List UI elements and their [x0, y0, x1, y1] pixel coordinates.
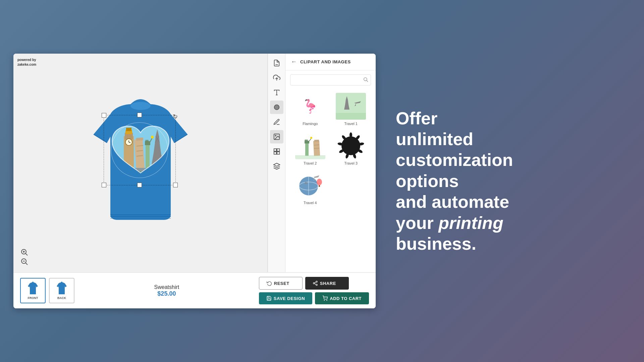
svg-rect-88 — [319, 185, 320, 187]
clipart-item-travel4[interactable]: Travel 4 — [290, 169, 330, 207]
svg-line-92 — [315, 284, 316, 285]
back-button[interactable]: ← — [291, 58, 297, 65]
clipart-item-travel3[interactable]: Travel 3 — [331, 129, 371, 168]
svg-line-36 — [26, 254, 28, 256]
tool-layers-button[interactable] — [270, 160, 283, 173]
svg-point-0 — [130, 102, 151, 110]
clipart-thumb-travel4 — [295, 172, 325, 199]
svg-point-90 — [313, 283, 315, 284]
svg-line-72 — [314, 148, 319, 148]
search-input[interactable] — [290, 74, 371, 85]
search-bar — [290, 74, 371, 85]
svg-point-47 — [274, 105, 279, 110]
designer-panel: powered by zakeke.com — [13, 54, 376, 308]
front-label: FRONT — [28, 296, 38, 300]
svg-line-93 — [315, 282, 316, 283]
main-container: powered by zakeke.com — [13, 54, 631, 308]
product-price: $25.00 — [81, 290, 252, 297]
svg-line-67 — [309, 138, 311, 142]
clipart-item-flamingo[interactable]: Flamingo — [290, 89, 330, 128]
view-thumbnails: FRONT BACK — [20, 278, 74, 303]
svg-point-26 — [151, 136, 154, 138]
tool-upload-button[interactable] — [270, 71, 283, 84]
svg-rect-53 — [277, 152, 279, 154]
clipart-thumb-travel1 — [336, 93, 366, 120]
view-thumb-front[interactable]: FRONT — [20, 278, 46, 303]
designer-bottom: FRONT BACK Sweatshirt $25.00 — [13, 272, 376, 308]
svg-point-95 — [327, 300, 327, 300]
zoom-out-button[interactable] — [20, 257, 28, 265]
svg-line-56 — [367, 80, 368, 82]
product-info: Sweatshirt $25.00 — [81, 284, 252, 297]
svg-rect-50 — [274, 149, 276, 151]
clipart-thumb-flamingo — [295, 93, 325, 120]
svg-rect-21 — [145, 141, 150, 145]
svg-marker-54 — [273, 163, 279, 166]
share-button[interactable]: SHARE — [305, 277, 349, 290]
canvas-area: powered by zakeke.com — [13, 54, 268, 272]
clipart-label-travel1: Travel 1 — [344, 122, 358, 126]
designer-top: powered by zakeke.com — [13, 54, 376, 272]
svg-line-40 — [26, 263, 28, 265]
svg-point-91 — [316, 284, 317, 286]
svg-marker-30 — [152, 153, 163, 165]
panel-title: CLIPART AND IMAGES — [300, 59, 351, 64]
clipart-item-travel2[interactable]: Travel 2 — [290, 129, 330, 168]
shirt-container: ↻ — [70, 87, 211, 238]
product-name: Sweatshirt — [81, 284, 252, 290]
panel-header: ← CLIPART AND IMAGES — [285, 54, 376, 70]
action-buttons: RESET SHARE — [259, 277, 369, 304]
svg-point-68 — [310, 137, 312, 139]
promo-heading: Offer unlimited customization options an… — [396, 108, 513, 254]
tool-file-button[interactable] — [270, 56, 283, 70]
svg-rect-62 — [305, 142, 309, 156]
tool-clipart-button[interactable] — [270, 130, 283, 143]
clipart-label-travel2: Travel 2 — [304, 161, 317, 165]
svg-point-55 — [364, 77, 367, 80]
save-design-button[interactable]: SAVE DESIGN — [259, 292, 312, 304]
clipart-label-travel4: Travel 4 — [304, 201, 317, 205]
svg-rect-61 — [336, 113, 366, 120]
svg-point-89 — [316, 281, 317, 282]
search-icon[interactable] — [363, 77, 368, 83]
clipart-label-travel3: Travel 3 — [344, 161, 358, 165]
svg-rect-11 — [126, 128, 131, 131]
svg-marker-66 — [307, 139, 308, 141]
svg-rect-51 — [277, 149, 279, 151]
svg-rect-52 — [274, 152, 276, 154]
svg-point-75 — [350, 132, 352, 138]
svg-line-71 — [314, 145, 319, 145]
svg-rect-63 — [305, 141, 309, 143]
svg-point-94 — [324, 300, 325, 300]
action-row-bottom: SAVE DESIGN ADD TO CART — [259, 292, 369, 304]
clipart-item-travel1[interactable]: Travel 1 — [331, 89, 371, 128]
tool-draw-button[interactable] — [270, 115, 283, 129]
reset-button[interactable]: RESET — [259, 277, 303, 290]
clipart-thumb-travel3 — [336, 132, 366, 159]
promo-text: Offer unlimited customization options an… — [396, 108, 513, 254]
clipart-thumb-travel2 — [295, 132, 325, 159]
action-row-top: RESET SHARE — [259, 277, 369, 290]
clipart-grid: Flamingo — [285, 89, 376, 207]
tool-text-button[interactable] — [270, 86, 283, 99]
svg-point-87 — [317, 179, 322, 185]
tool-color-button[interactable] — [270, 101, 283, 114]
svg-point-49 — [275, 135, 276, 136]
clipart-panel: ← CLIPART AND IMAGES — [285, 54, 376, 272]
toolbar — [268, 54, 285, 272]
svg-rect-16 — [136, 137, 143, 140]
zoom-controls — [20, 248, 28, 265]
back-label: BACK — [57, 296, 66, 300]
powered-by: powered by zakeke.com — [17, 58, 36, 67]
clipart-label-flamingo: Flamingo — [303, 122, 318, 126]
zoom-in-button[interactable] — [20, 248, 28, 256]
svg-rect-70 — [314, 140, 319, 142]
svg-rect-33 — [105, 168, 176, 183]
svg-rect-73 — [295, 155, 325, 159]
promo-printing-line: your printing — [396, 213, 503, 233]
add-to-cart-button[interactable]: ADD TO CART — [315, 292, 369, 304]
view-thumb-back[interactable]: BACK — [49, 278, 74, 303]
tool-split-button[interactable] — [270, 145, 283, 158]
design-on-shirt[interactable] — [105, 116, 176, 183]
